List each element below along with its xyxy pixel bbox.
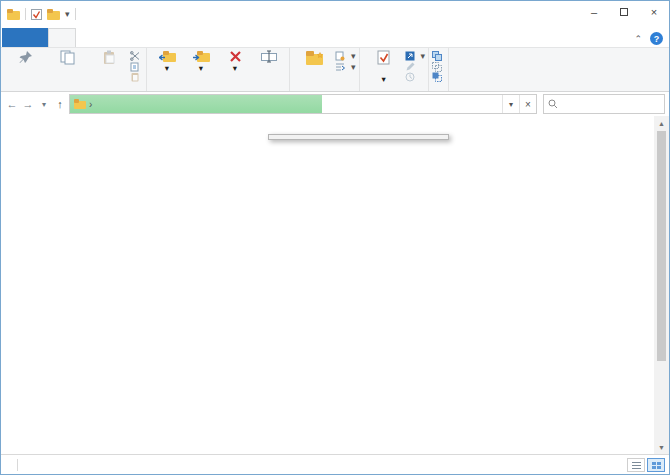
scissors-icon bbox=[130, 51, 140, 61]
paste-shortcut-button[interactable] bbox=[130, 72, 143, 83]
ribbon-group-organize: ▾ ▾ ▾ bbox=[147, 48, 290, 91]
properties-quick-icon[interactable] bbox=[31, 9, 42, 20]
ribbon-group-clipboard bbox=[1, 48, 147, 91]
title-bar: ▾ – × bbox=[1, 1, 669, 27]
close-button[interactable]: × bbox=[639, 1, 669, 23]
move-to-button[interactable]: ▾ bbox=[150, 49, 184, 73]
pin-to-quick-access-button[interactable] bbox=[4, 49, 46, 66]
new-folder-quick-icon[interactable] bbox=[47, 9, 60, 20]
scroll-up-icon[interactable]: ▲ bbox=[654, 116, 669, 130]
up-icon[interactable]: ↑ bbox=[53, 98, 67, 110]
properties-icon bbox=[376, 50, 391, 65]
tab-view[interactable] bbox=[102, 28, 128, 47]
new-item-icon bbox=[335, 51, 345, 61]
group-label-select bbox=[432, 83, 445, 92]
customize-qat-chevron-icon[interactable]: ▾ bbox=[65, 9, 70, 19]
ribbon: ▾ ▾ ▾ bbox=[1, 48, 669, 92]
move-to-icon bbox=[159, 50, 176, 63]
tab-home[interactable] bbox=[48, 28, 76, 47]
invert-selection-icon bbox=[432, 72, 442, 82]
copy-path-button[interactable] bbox=[130, 62, 143, 73]
group-label-clipboard bbox=[4, 83, 143, 92]
edit-pencil-icon bbox=[405, 62, 415, 72]
copy-to-icon bbox=[193, 50, 210, 63]
breadcrumb-folder-icon bbox=[74, 99, 86, 109]
properties-button[interactable]: ▾ bbox=[363, 49, 405, 83]
main-area: ▲ ▼ bbox=[1, 116, 669, 454]
new-folder-icon bbox=[305, 50, 324, 65]
paste-shortcut-icon bbox=[130, 72, 140, 82]
open-icon bbox=[405, 51, 415, 61]
group-label-organize bbox=[150, 80, 286, 91]
select-all-icon bbox=[432, 51, 442, 61]
easy-access-button[interactable]: ▾ bbox=[335, 62, 356, 73]
copy-to-button[interactable]: ▾ bbox=[184, 49, 218, 73]
maximize-button[interactable] bbox=[609, 1, 639, 23]
delete-x-icon bbox=[229, 50, 242, 63]
new-folder-button[interactable] bbox=[293, 49, 335, 66]
divider bbox=[25, 8, 26, 20]
status-bar bbox=[1, 454, 669, 474]
history-button[interactable] bbox=[405, 72, 426, 83]
ribbon-group-new: ▾ ▾ bbox=[290, 48, 360, 91]
address-bar[interactable]: › ▾ × bbox=[69, 94, 537, 114]
file-list bbox=[105, 116, 654, 454]
scrollbar-thumb[interactable] bbox=[657, 131, 666, 361]
divider bbox=[17, 459, 18, 471]
delete-button[interactable]: ▾ bbox=[218, 49, 252, 73]
invert-selection-button[interactable] bbox=[432, 72, 445, 83]
edit-button[interactable] bbox=[405, 62, 426, 73]
address-progress-fill bbox=[70, 95, 322, 113]
search-icon bbox=[548, 99, 558, 109]
paste-button[interactable] bbox=[88, 49, 130, 66]
rename-button[interactable] bbox=[252, 49, 286, 64]
easy-access-icon bbox=[335, 62, 345, 72]
open-button[interactable]: ▾ bbox=[405, 51, 426, 62]
navigation-pane bbox=[1, 116, 105, 454]
history-clock-icon bbox=[405, 72, 415, 82]
tab-share[interactable] bbox=[76, 28, 102, 47]
ribbon-group-open: ▾ ▾ bbox=[360, 48, 430, 91]
copy-path-icon bbox=[130, 62, 140, 72]
copy-icon bbox=[60, 50, 75, 65]
search-input[interactable] bbox=[562, 99, 660, 110]
cut-button[interactable] bbox=[130, 51, 143, 62]
window-folder-icon bbox=[7, 9, 20, 20]
context-menu bbox=[268, 134, 449, 140]
rename-icon bbox=[261, 50, 277, 63]
ribbon-tab-row: ⌃ ? bbox=[1, 27, 669, 48]
group-label-open bbox=[363, 83, 426, 91]
minimize-button[interactable]: – bbox=[579, 1, 609, 23]
explorer-window: ▾ – × ⌃ ? bbox=[0, 0, 670, 475]
select-none-button[interactable] bbox=[432, 62, 445, 73]
pin-icon bbox=[18, 50, 33, 65]
cancel-refresh-icon[interactable]: × bbox=[519, 95, 536, 113]
select-all-button[interactable] bbox=[432, 51, 445, 62]
minimize-ribbon-icon[interactable]: ⌃ bbox=[634, 34, 642, 44]
breadcrumb: › bbox=[70, 99, 92, 110]
address-row: ← → ▾ ↑ › ▾ × bbox=[1, 92, 669, 116]
divider bbox=[75, 8, 76, 20]
select-none-icon bbox=[432, 62, 442, 72]
search-box[interactable] bbox=[543, 94, 665, 114]
forward-icon[interactable]: → bbox=[21, 98, 35, 110]
ribbon-group-select bbox=[429, 48, 449, 91]
paste-icon bbox=[102, 50, 117, 65]
scroll-down-icon[interactable]: ▼ bbox=[654, 440, 669, 454]
back-icon[interactable]: ← bbox=[5, 98, 19, 110]
details-view-button[interactable] bbox=[627, 458, 645, 472]
quick-access-toolbar: ▾ bbox=[7, 8, 76, 20]
vertical-scrollbar[interactable]: ▲ ▼ bbox=[654, 116, 669, 454]
thumbnail-view-button[interactable] bbox=[647, 458, 665, 472]
window-controls: – × bbox=[579, 1, 669, 23]
group-label-new bbox=[293, 80, 356, 91]
copy-button[interactable] bbox=[46, 49, 88, 66]
new-item-button[interactable]: ▾ bbox=[335, 51, 356, 62]
recent-locations-chevron-icon[interactable]: ▾ bbox=[37, 100, 51, 109]
tab-file[interactable] bbox=[2, 28, 48, 47]
help-icon[interactable]: ? bbox=[650, 32, 663, 45]
address-dropdown-chevron-icon[interactable]: ▾ bbox=[502, 95, 519, 113]
